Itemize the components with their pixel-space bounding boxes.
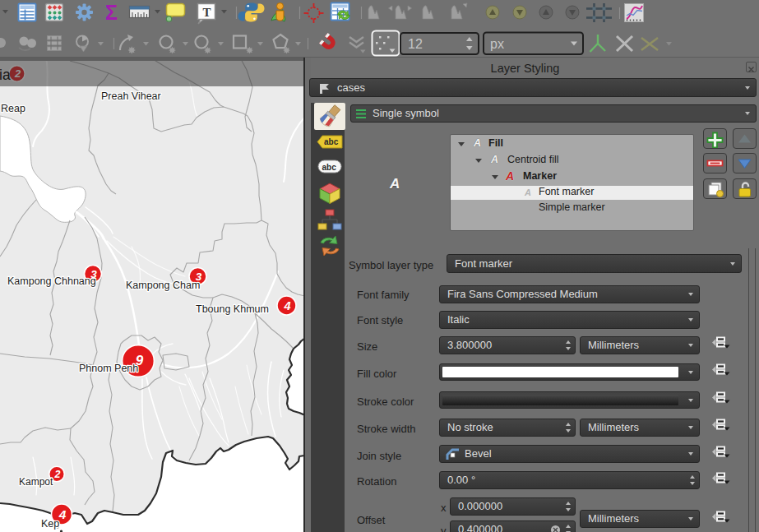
svg-text:3: 3 — [90, 268, 97, 280]
svg-text:9: 9 — [136, 353, 144, 368]
svg-text:4: 4 — [58, 507, 67, 521]
svg-text:ia: ia — [0, 67, 11, 83]
svg-text:Kampot: Kampot — [19, 476, 53, 488]
svg-text:12: 12 — [408, 37, 423, 51]
svg-text:T: T — [203, 6, 211, 19]
svg-text:Preah Vihear: Preah Vihear — [101, 90, 161, 102]
svg-text:abc: abc — [324, 137, 339, 146]
svg-text:px: px — [490, 37, 504, 51]
svg-text:3: 3 — [196, 271, 202, 283]
svg-text:Kep: Kep — [41, 518, 59, 530]
svg-text:Phnom Penh: Phnom Penh — [79, 363, 138, 374]
svg-text:4: 4 — [283, 299, 290, 312]
svg-text:2: 2 — [54, 469, 61, 480]
svg-text:Tboung Khmum: Tboung Khmum — [196, 303, 269, 315]
svg-text:Kampong Chhnang: Kampong Chhnang — [7, 275, 96, 287]
svg-text:Kampong Cham: Kampong Cham — [126, 280, 200, 291]
svg-text:Reap: Reap — [1, 103, 25, 114]
svg-text:Σ: Σ — [105, 1, 118, 24]
svg-text:abc: abc — [322, 163, 337, 172]
